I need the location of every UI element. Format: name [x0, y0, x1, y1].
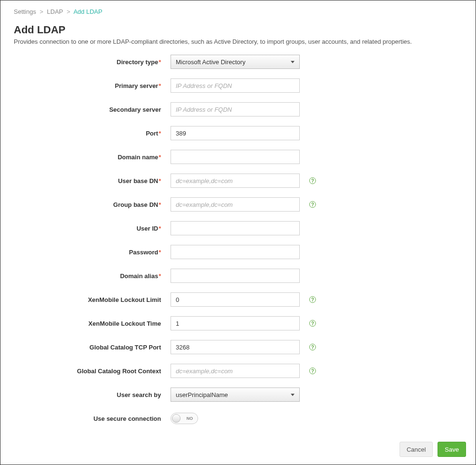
lockout-time-input[interactable]: [171, 316, 300, 330]
help-icon[interactable]: ?: [309, 368, 316, 374]
secondary-server-input[interactable]: [171, 102, 300, 116]
user-id-label: User ID*: [0, 225, 171, 232]
user-search-by-select[interactable]: userPrincipalName: [171, 388, 300, 402]
page-description: Provides connection to one or more LDAP-…: [14, 38, 462, 45]
secondary-server-label: Secondary server: [0, 106, 171, 113]
directory-type-select[interactable]: Microsoft Active Directory: [171, 55, 300, 69]
primary-server-label: Primary server*: [0, 82, 171, 89]
password-label: Password*: [0, 249, 171, 256]
gc-root-context-label: Global Catalog Root Context: [0, 368, 171, 375]
use-secure-label: Use secure connection: [0, 415, 171, 422]
ldap-form: Directory type* Microsoft Active Directo…: [0, 55, 476, 426]
chevron-down-icon: [291, 61, 295, 63]
domain-name-input[interactable]: [171, 150, 300, 164]
breadcrumb-ldap[interactable]: LDAP: [47, 8, 63, 15]
breadcrumb-separator: >: [67, 8, 70, 15]
breadcrumb-current: Add LDAP: [74, 8, 103, 15]
toggle-state-label: NO: [187, 416, 193, 421]
cancel-button[interactable]: Cancel: [400, 442, 433, 457]
user-search-by-label: User search by: [0, 391, 171, 398]
password-input[interactable]: [171, 245, 300, 259]
directory-type-value: Microsoft Active Directory: [176, 58, 246, 66]
required-asterisk: *: [159, 58, 161, 66]
save-button[interactable]: Save: [438, 442, 466, 457]
group-base-dn-input[interactable]: [171, 197, 300, 212]
domain-alias-input[interactable]: [171, 269, 300, 283]
breadcrumb-settings[interactable]: Settings: [14, 8, 36, 15]
domain-name-label: Domain name*: [0, 154, 171, 161]
chevron-down-icon: [291, 394, 295, 396]
toggle-knob: [172, 414, 181, 423]
user-base-dn-label: User base DN*: [0, 177, 171, 184]
required-asterisk: *: [159, 82, 161, 89]
use-secure-toggle[interactable]: NO: [171, 413, 198, 424]
lockout-limit-input[interactable]: [171, 292, 300, 307]
footer-actions: Cancel Save: [400, 442, 466, 457]
user-search-by-value: userPrincipalName: [176, 391, 228, 398]
lockout-limit-label: XenMobile Lockout Limit: [0, 296, 171, 303]
user-base-dn-input[interactable]: [171, 174, 300, 188]
help-icon[interactable]: ?: [309, 296, 316, 303]
lockout-time-label: XenMobile Lockout Time: [0, 320, 171, 327]
help-icon[interactable]: ?: [309, 201, 316, 208]
page-title: Add LDAP: [14, 24, 462, 36]
user-id-input[interactable]: [171, 221, 300, 235]
help-icon[interactable]: ?: [309, 177, 316, 184]
help-icon[interactable]: ?: [309, 320, 316, 327]
gc-tcp-port-label: Global Catalog TCP Port: [0, 344, 171, 351]
gc-root-context-input[interactable]: [171, 364, 300, 378]
required-asterisk: *: [159, 201, 161, 208]
help-icon[interactable]: ?: [309, 344, 316, 350]
port-input[interactable]: [171, 126, 300, 140]
group-base-dn-label: Group base DN*: [0, 201, 171, 208]
domain-alias-label: Domain alias*: [0, 272, 171, 280]
port-label: Port*: [0, 130, 171, 137]
breadcrumb-separator: >: [40, 8, 44, 15]
primary-server-input[interactable]: [171, 78, 300, 93]
required-asterisk: *: [159, 249, 161, 256]
gc-tcp-port-input[interactable]: [171, 340, 300, 354]
breadcrumb: Settings > LDAP > Add LDAP: [0, 0, 476, 15]
directory-type-label: Directory type*: [0, 58, 171, 66]
required-asterisk: *: [159, 130, 161, 137]
required-asterisk: *: [159, 272, 161, 280]
required-asterisk: *: [159, 154, 161, 161]
required-asterisk: *: [159, 177, 161, 184]
required-asterisk: *: [159, 225, 161, 232]
